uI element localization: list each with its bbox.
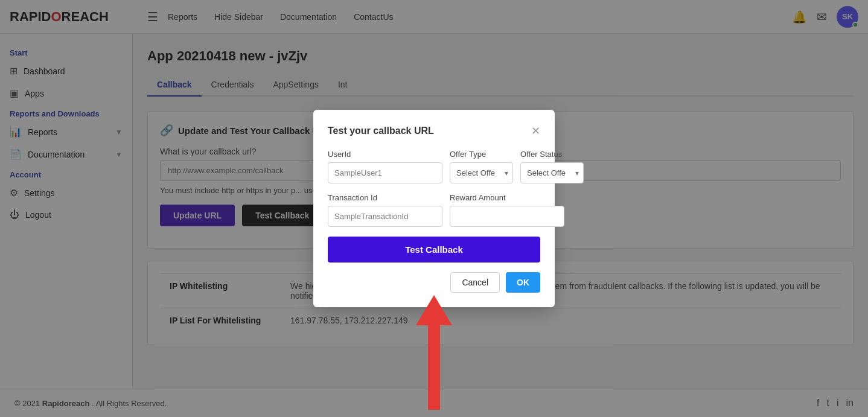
offer-status-select-wrap: Select Offe xyxy=(520,162,584,183)
offer-type-select[interactable]: Select Offe xyxy=(450,162,513,183)
offer-type-select-wrap: Select Offe xyxy=(450,162,513,183)
modal-footer: Cancel OK xyxy=(328,272,540,293)
cancel-button[interactable]: Cancel xyxy=(450,272,500,293)
transaction-input[interactable] xyxy=(328,206,442,227)
transaction-field: Transaction Id xyxy=(328,193,442,227)
offer-status-field: Offer Status Select Offe xyxy=(520,150,584,183)
transaction-label: Transaction Id xyxy=(328,193,442,202)
test-callback-modal-button[interactable]: Test Callback xyxy=(328,237,540,263)
reward-field: Reward Amount 0.01 xyxy=(450,193,564,227)
modal-overlay: Test your callback URL ✕ UserId Offer Ty… xyxy=(0,0,868,417)
modal-row-2: Transaction Id Reward Amount 0.01 xyxy=(328,193,540,227)
test-callback-modal: Test your callback URL ✕ UserId Offer Ty… xyxy=(313,110,555,307)
offer-type-field: Offer Type Select Offe xyxy=(450,150,513,183)
modal-header: Test your callback URL ✕ xyxy=(328,124,540,138)
arrow-stem xyxy=(428,325,440,410)
userid-field: UserId xyxy=(328,150,442,183)
ok-button[interactable]: OK xyxy=(506,272,540,293)
userid-label: UserId xyxy=(328,150,442,159)
modal-wrapper: Test your callback URL ✕ UserId Offer Ty… xyxy=(313,110,555,307)
offer-status-select[interactable]: Select Offe xyxy=(520,162,584,183)
userid-input[interactable] xyxy=(328,162,442,183)
reward-input[interactable]: 0.01 xyxy=(450,206,564,227)
offer-type-label: Offer Type xyxy=(450,150,513,159)
modal-title: Test your callback URL xyxy=(328,126,434,136)
red-arrow-indicator xyxy=(416,295,452,410)
reward-label: Reward Amount xyxy=(450,193,564,202)
modal-row-1: UserId Offer Type Select Offe Offer Stat… xyxy=(328,150,540,183)
offer-status-label: Offer Status xyxy=(520,150,584,159)
modal-close-button[interactable]: ✕ xyxy=(531,124,540,138)
